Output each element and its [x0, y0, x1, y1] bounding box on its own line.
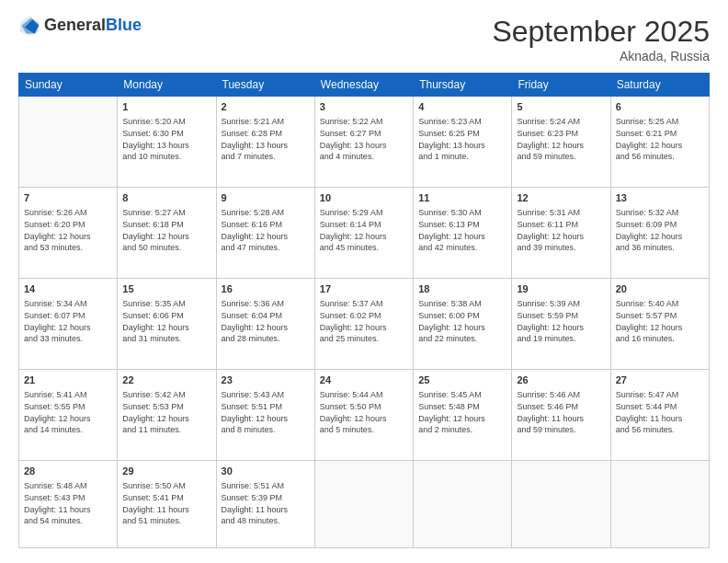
day-number: 26 [517, 373, 605, 387]
day-info: Sunrise: 5:30 AM Sunset: 6:13 PM Dayligh… [418, 207, 506, 253]
cell-w2-d2: 8Sunrise: 5:27 AM Sunset: 6:18 PM Daylig… [118, 188, 216, 279]
cell-w3-d5: 18Sunrise: 5:38 AM Sunset: 6:00 PM Dayli… [414, 279, 512, 370]
logo-text-block: GeneralBlue [44, 17, 142, 35]
cell-w2-d7: 13Sunrise: 5:32 AM Sunset: 6:09 PM Dayli… [610, 188, 709, 279]
month-title: September 2025 [492, 15, 710, 49]
col-sunday: Sunday [19, 74, 118, 97]
title-block: September 2025 Aknada, Russia [492, 15, 710, 63]
cell-w1-d3: 2Sunrise: 5:21 AM Sunset: 6:28 PM Daylig… [216, 97, 314, 188]
day-number: 11 [418, 191, 506, 205]
day-number: 23 [222, 373, 310, 387]
day-number: 12 [517, 191, 605, 205]
day-number: 22 [122, 373, 210, 387]
cell-w2-d1: 7Sunrise: 5:26 AM Sunset: 6:20 PM Daylig… [19, 188, 118, 279]
day-number: 2 [222, 100, 310, 114]
cell-w3-d2: 15Sunrise: 5:35 AM Sunset: 6:06 PM Dayli… [118, 279, 216, 370]
cell-w4-d6: 26Sunrise: 5:46 AM Sunset: 5:46 PM Dayli… [512, 370, 610, 461]
cell-w1-d6: 5Sunrise: 5:24 AM Sunset: 6:23 PM Daylig… [512, 97, 610, 188]
logo-icon [18, 15, 40, 37]
day-number: 15 [122, 282, 210, 296]
day-number: 24 [320, 373, 408, 387]
day-number: 9 [222, 191, 310, 205]
cell-w3-d4: 17Sunrise: 5:37 AM Sunset: 6:02 PM Dayli… [314, 279, 413, 370]
col-monday: Monday [118, 74, 216, 97]
day-info: Sunrise: 5:27 AM Sunset: 6:18 PM Dayligh… [122, 207, 210, 253]
day-info: Sunrise: 5:32 AM Sunset: 6:09 PM Dayligh… [616, 207, 704, 253]
day-info: Sunrise: 5:39 AM Sunset: 5:59 PM Dayligh… [517, 298, 605, 344]
cell-w4-d2: 22Sunrise: 5:42 AM Sunset: 5:53 PM Dayli… [118, 370, 216, 461]
cell-w4-d4: 24Sunrise: 5:44 AM Sunset: 5:50 PM Dayli… [314, 370, 413, 461]
header-row: Sunday Monday Tuesday Wednesday Thursday… [19, 74, 710, 97]
day-info: Sunrise: 5:42 AM Sunset: 5:53 PM Dayligh… [122, 389, 210, 435]
cell-w5-d1: 28Sunrise: 5:48 AM Sunset: 5:43 PM Dayli… [19, 461, 118, 548]
day-number: 1 [122, 100, 210, 114]
day-number: 14 [24, 282, 112, 296]
cell-w3-d7: 20Sunrise: 5:40 AM Sunset: 5:57 PM Dayli… [610, 279, 709, 370]
day-number: 4 [418, 100, 506, 114]
cell-w3-d3: 16Sunrise: 5:36 AM Sunset: 6:04 PM Dayli… [216, 279, 314, 370]
day-info: Sunrise: 5:34 AM Sunset: 6:07 PM Dayligh… [24, 298, 112, 344]
day-info: Sunrise: 5:23 AM Sunset: 6:25 PM Dayligh… [418, 116, 506, 162]
cell-w5-d4 [314, 461, 413, 548]
day-info: Sunrise: 5:37 AM Sunset: 6:02 PM Dayligh… [320, 298, 408, 344]
day-number: 28 [24, 465, 112, 478]
day-info: Sunrise: 5:35 AM Sunset: 6:06 PM Dayligh… [122, 298, 210, 344]
cell-w2-d6: 12Sunrise: 5:31 AM Sunset: 6:11 PM Dayli… [512, 188, 610, 279]
day-info: Sunrise: 5:48 AM Sunset: 5:43 PM Dayligh… [24, 480, 112, 526]
day-number: 16 [222, 282, 310, 296]
day-number: 21 [24, 373, 112, 387]
day-info: Sunrise: 5:36 AM Sunset: 6:04 PM Dayligh… [222, 298, 310, 344]
cell-w3-d6: 19Sunrise: 5:39 AM Sunset: 5:59 PM Dayli… [512, 279, 610, 370]
week-row-5: 28Sunrise: 5:48 AM Sunset: 5:43 PM Dayli… [19, 461, 710, 548]
cell-w4-d5: 25Sunrise: 5:45 AM Sunset: 5:48 PM Dayli… [414, 370, 512, 461]
week-row-3: 14Sunrise: 5:34 AM Sunset: 6:07 PM Dayli… [19, 279, 710, 370]
day-number: 27 [616, 373, 704, 387]
col-saturday: Saturday [610, 74, 709, 97]
location: Aknada, Russia [492, 49, 710, 63]
day-info: Sunrise: 5:20 AM Sunset: 6:30 PM Dayligh… [122, 116, 210, 162]
day-info: Sunrise: 5:51 AM Sunset: 5:39 PM Dayligh… [222, 480, 310, 526]
cell-w2-d3: 9Sunrise: 5:28 AM Sunset: 6:16 PM Daylig… [216, 188, 314, 279]
day-number: 17 [320, 282, 408, 296]
cell-w1-d5: 4Sunrise: 5:23 AM Sunset: 6:25 PM Daylig… [414, 97, 512, 188]
day-number: 7 [24, 191, 112, 205]
day-info: Sunrise: 5:46 AM Sunset: 5:46 PM Dayligh… [517, 389, 605, 435]
cell-w1-d7: 6Sunrise: 5:25 AM Sunset: 6:21 PM Daylig… [610, 97, 709, 188]
cell-w4-d7: 27Sunrise: 5:47 AM Sunset: 5:44 PM Dayli… [610, 370, 709, 461]
cell-w2-d4: 10Sunrise: 5:29 AM Sunset: 6:14 PM Dayli… [314, 188, 413, 279]
day-info: Sunrise: 5:28 AM Sunset: 6:16 PM Dayligh… [222, 207, 310, 253]
logo-blue: Blue [106, 16, 142, 34]
day-info: Sunrise: 5:40 AM Sunset: 5:57 PM Dayligh… [616, 298, 704, 344]
day-number: 25 [418, 373, 506, 387]
day-number: 10 [320, 191, 408, 205]
cell-w5-d3: 30Sunrise: 5:51 AM Sunset: 5:39 PM Dayli… [216, 461, 314, 548]
cell-w1-d2: 1Sunrise: 5:20 AM Sunset: 6:30 PM Daylig… [118, 97, 216, 188]
day-number: 30 [222, 465, 310, 478]
day-info: Sunrise: 5:29 AM Sunset: 6:14 PM Dayligh… [320, 207, 408, 253]
day-info: Sunrise: 5:22 AM Sunset: 6:27 PM Dayligh… [320, 116, 408, 162]
day-number: 6 [616, 100, 704, 114]
cell-w4-d1: 21Sunrise: 5:41 AM Sunset: 5:55 PM Dayli… [19, 370, 118, 461]
day-number: 13 [616, 191, 704, 205]
logo-general: General [44, 16, 106, 34]
day-number: 8 [122, 191, 210, 205]
cell-w2-d5: 11Sunrise: 5:30 AM Sunset: 6:13 PM Dayli… [414, 188, 512, 279]
cell-w1-d4: 3Sunrise: 5:22 AM Sunset: 6:27 PM Daylig… [314, 97, 413, 188]
col-wednesday: Wednesday [314, 74, 413, 97]
cell-w5-d6 [512, 461, 610, 548]
day-info: Sunrise: 5:31 AM Sunset: 6:11 PM Dayligh… [517, 207, 605, 253]
cell-w4-d3: 23Sunrise: 5:43 AM Sunset: 5:51 PM Dayli… [216, 370, 314, 461]
cell-w1-d1 [19, 97, 118, 188]
week-row-1: 1Sunrise: 5:20 AM Sunset: 6:30 PM Daylig… [19, 97, 710, 188]
day-info: Sunrise: 5:50 AM Sunset: 5:41 PM Dayligh… [122, 480, 210, 526]
day-info: Sunrise: 5:41 AM Sunset: 5:55 PM Dayligh… [24, 389, 112, 435]
day-number: 20 [616, 282, 704, 296]
cell-w5-d2: 29Sunrise: 5:50 AM Sunset: 5:41 PM Dayli… [118, 461, 216, 548]
week-row-4: 21Sunrise: 5:41 AM Sunset: 5:55 PM Dayli… [19, 370, 710, 461]
week-row-2: 7Sunrise: 5:26 AM Sunset: 6:20 PM Daylig… [19, 188, 710, 279]
day-info: Sunrise: 5:25 AM Sunset: 6:21 PM Dayligh… [616, 116, 704, 162]
calendar-table: Sunday Monday Tuesday Wednesday Thursday… [18, 73, 710, 548]
day-number: 18 [418, 282, 506, 296]
cell-w3-d1: 14Sunrise: 5:34 AM Sunset: 6:07 PM Dayli… [19, 279, 118, 370]
cell-w5-d7 [610, 461, 709, 548]
